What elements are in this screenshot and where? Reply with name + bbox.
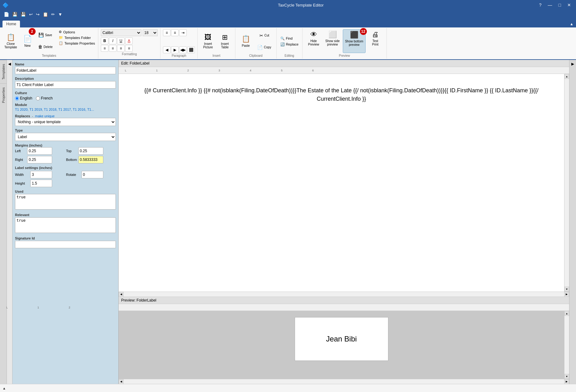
para-left-button[interactable]: ◀ — [163, 46, 170, 53]
template-properties-button[interactable]: 📋 Template Properties — [57, 41, 96, 46]
align-left-button[interactable]: ≡ — [101, 45, 108, 52]
name-input[interactable] — [15, 67, 116, 74]
show-side-preview-button[interactable]: ⬜ Show sidepreview — [323, 29, 342, 53]
paste-button[interactable]: 📋 Paste — [238, 29, 254, 53]
new-badge: 2 — [29, 28, 36, 35]
description-input[interactable] — [15, 81, 116, 89]
para-center-button[interactable]: ▶ — [171, 46, 179, 53]
replace-label: Replace — [286, 42, 298, 46]
table-icon: ⊞ — [222, 33, 228, 41]
preview-scroll-right[interactable]: ▶ — [564, 379, 569, 384]
list-unordered-button[interactable]: ≡ — [163, 29, 170, 36]
replaces-select[interactable]: Nothing - unique template — [15, 118, 116, 126]
english-radio-label[interactable]: English — [15, 96, 32, 100]
qat-clipboard[interactable]: 📋 — [42, 11, 49, 17]
scroll-up-btn[interactable]: ▲ — [564, 74, 569, 79]
indent-button[interactable]: ⇥ — [179, 29, 187, 36]
font-select[interactable]: Calibri — [101, 29, 141, 36]
scroll-right-btn[interactable]: ▶ — [564, 292, 569, 297]
ribbon-group-preview: 👁 HidePreview ⬜ Show sidepreview ⬛ Show … — [303, 28, 387, 59]
qat-dropdown[interactable]: ▼ — [57, 11, 64, 17]
qat-edit[interactable]: ✏ — [50, 11, 56, 17]
used-textarea[interactable]: true — [15, 194, 116, 210]
clone-template-button[interactable]: 📋 CloneTemplate — [2, 29, 20, 53]
clipboard-group-label: Clipboard — [238, 54, 273, 57]
list-ordered-button[interactable]: ≡ — [171, 29, 179, 36]
tab-home[interactable]: Home — [2, 21, 20, 27]
clone-icon: 📋 — [7, 33, 15, 41]
delete-button[interactable]: 🗑 Delete — [36, 41, 55, 52]
qat-redo[interactable]: ↪ — [35, 11, 41, 17]
right-sidebar-tabs: ▶ — [569, 60, 576, 384]
right-collapse-btn[interactable]: ▶ — [571, 61, 575, 67]
qat-new[interactable]: 📄 — [2, 11, 10, 17]
rotate-input[interactable] — [81, 171, 103, 178]
copy-button[interactable]: 📄 Copy — [255, 42, 273, 53]
preview-scroll-down[interactable]: ▼ — [564, 374, 569, 379]
insert-table-button[interactable]: ⊞ InsertTable — [217, 29, 233, 53]
insert-picture-button[interactable]: 🖼 InsertPicture — [200, 29, 216, 53]
templates-folder-button[interactable]: 📁 Templates Folder — [57, 35, 96, 40]
content-area: Edit: FolderLabel L 1 2 3 4 5 6 {{# Curr… — [119, 60, 569, 384]
edit-content[interactable]: {{# CurrentClient.Info }} {{# not(isblan… — [119, 74, 564, 292]
width-input[interactable] — [30, 171, 52, 178]
hide-preview-icon: 👁 — [310, 31, 317, 39]
bottom-input[interactable] — [78, 156, 103, 163]
top-input[interactable] — [78, 147, 103, 155]
left-input[interactable] — [27, 147, 52, 155]
bold-button[interactable]: B — [101, 37, 108, 44]
preview-hscroll: ◀ ▶ — [119, 379, 569, 384]
minimize-button[interactable]: — — [545, 2, 555, 8]
hide-preview-button[interactable]: 👁 HidePreview — [305, 29, 322, 53]
module-link[interactable]: T1 2020, T1 2019, T1 2018, T1 2017, T1 2… — [15, 108, 94, 111]
height-field: Height — [15, 180, 65, 187]
preview-group-label: Preview — [305, 54, 384, 57]
right-input[interactable] — [27, 156, 52, 163]
align-center-button[interactable]: ≡ — [109, 45, 116, 52]
help-button[interactable]: ? — [537, 2, 544, 8]
cut-button[interactable]: ✂ Cut — [255, 30, 273, 41]
options-button[interactable]: ⚙ Options — [57, 29, 96, 35]
qat-save[interactable]: 💾 — [11, 11, 19, 17]
align-justify-button[interactable]: ≡ — [125, 45, 133, 52]
french-radio-label[interactable]: French — [36, 96, 52, 100]
close-button[interactable]: ✕ — [565, 2, 574, 8]
sidebar-tab-templates[interactable]: Templates — [0, 60, 7, 83]
replace-icon: 🔄 — [280, 42, 285, 46]
scroll-left-btn[interactable]: ◀ — [119, 292, 124, 297]
ribbon-collapse-btn[interactable]: ▲ — [567, 21, 576, 27]
height-label: Height — [15, 181, 29, 185]
english-radio[interactable] — [15, 96, 19, 100]
italic-button[interactable]: I — [109, 37, 116, 44]
sidebar-tab-properties[interactable]: Properties — [0, 83, 7, 107]
test-print-button[interactable]: 🖨 TestPrint — [367, 29, 384, 53]
find-button[interactable]: 🔍 Find — [279, 36, 300, 41]
para-right-button[interactable]: ◀▶ — [179, 46, 187, 53]
options-icon: ⚙ — [59, 30, 62, 34]
status-btn-1[interactable]: ▲ — [2, 386, 6, 390]
collapse-sidebar-btn[interactable]: ◀ — [7, 61, 12, 67]
align-right-button[interactable]: ≡ — [117, 45, 125, 52]
signature-id-input[interactable] — [15, 241, 116, 248]
font-color-button[interactable]: A — [125, 37, 133, 44]
edit-body: {{# CurrentClient.Info }} {{# not(isblan… — [119, 74, 569, 292]
para-justify-button[interactable]: ⬛ — [187, 46, 195, 53]
relevant-textarea[interactable]: true — [15, 217, 116, 233]
make-unique-link[interactable]: make unique — [35, 114, 55, 118]
preview-scroll-left[interactable]: ◀ — [119, 379, 124, 384]
preview-scroll-up[interactable]: ▲ — [564, 311, 569, 316]
scroll-down-btn[interactable]: ▼ — [564, 287, 569, 292]
underline-button[interactable]: U — [117, 37, 125, 44]
qat-undo[interactable]: ↩ — [28, 11, 34, 17]
french-radio[interactable] — [36, 96, 40, 100]
maximize-button[interactable]: □ — [556, 2, 564, 8]
type-select[interactable]: Label — [15, 133, 116, 141]
height-input[interactable] — [30, 180, 52, 187]
replace-button[interactable]: 🔄 Replace — [279, 42, 300, 47]
save-button[interactable]: 💾 Save — [36, 29, 55, 41]
font-size-select[interactable]: 18 — [143, 29, 158, 36]
qat-save2[interactable]: 💾 — [19, 11, 27, 17]
cut-copy-group: ✂ Cut 📄 Copy — [255, 29, 273, 53]
left-vert-tabs: Templates Properties — [0, 60, 7, 384]
preview-content: Jean Bibi — [119, 311, 564, 379]
